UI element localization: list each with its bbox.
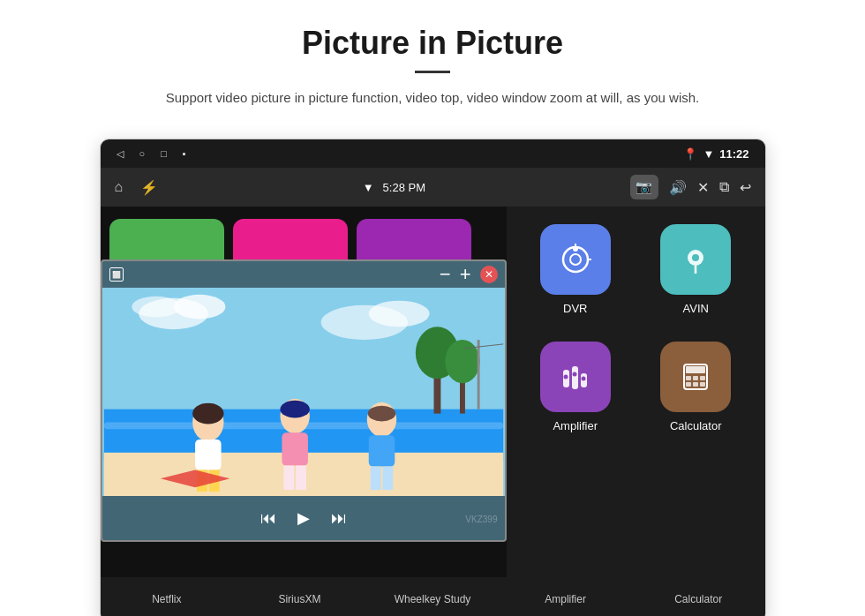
- svg-rect-46: [686, 366, 705, 373]
- amplifier-icon-box: [540, 342, 611, 412]
- svg-point-12: [445, 340, 479, 383]
- status-bar: ◁ ○ □ ▪ 📍 ▼ 11:22: [101, 139, 765, 168]
- volume-icon[interactable]: 🔊: [669, 179, 687, 196]
- page-divider: [415, 71, 450, 73]
- svg-rect-47: [686, 376, 691, 380]
- svg-point-35: [573, 246, 578, 252]
- svg-rect-48: [693, 376, 698, 380]
- svg-rect-52: [700, 382, 705, 387]
- svg-rect-25: [370, 467, 380, 491]
- page-header: Picture in Picture Support video picture…: [0, 0, 865, 124]
- bottom-label-calculator[interactable]: Calculator: [632, 593, 765, 605]
- wifi-signal-icon: ▼: [363, 181, 374, 194]
- recents-nav-icon[interactable]: □: [161, 148, 167, 159]
- camera-icon: 📷: [636, 179, 652, 195]
- svg-point-3: [132, 297, 180, 318]
- device-frame: ◁ ○ □ ▪ 📍 ▼ 11:22 ⌂ ⚡ ▼ 5:28 PM 📷 🔊 ✕ ⧉ …: [100, 139, 766, 616]
- calculator-bottom-label: Calculator: [674, 593, 722, 605]
- svg-rect-26: [382, 467, 393, 491]
- app-icon-calculator[interactable]: Calculator: [640, 333, 752, 441]
- wifi-icon: ▼: [703, 147, 714, 161]
- rec-symbol: ⬜: [112, 271, 121, 279]
- svg-point-42: [563, 375, 568, 379]
- bottom-labels-bar: Netflix SiriusXM Wheelkey Study Amplifie…: [101, 577, 765, 616]
- status-bar-right: 📍 ▼ 11:22: [683, 147, 748, 161]
- svg-rect-50: [686, 382, 691, 387]
- menu-nav-icon[interactable]: ▪: [183, 148, 186, 159]
- svg-point-28: [280, 401, 309, 418]
- toolbar-center: ▼ 5:28 PM: [363, 181, 425, 194]
- calculator-icon-box: [660, 342, 731, 412]
- svg-point-32: [570, 254, 581, 265]
- svg-rect-16: [195, 439, 221, 470]
- calculator-label: Calculator: [670, 419, 722, 432]
- pip-top-controls: − + ✕: [440, 263, 498, 286]
- pip-header: ⬜ − + ✕: [102, 261, 505, 288]
- avin-icon-box: [660, 224, 731, 295]
- svg-rect-22: [296, 466, 306, 491]
- prev-button[interactable]: ⏮: [260, 509, 276, 528]
- amplifier-label: Amplifier: [553, 419, 598, 432]
- siriusxm-label: SiriusXM: [278, 593, 320, 605]
- app-toolbar: ⌂ ⚡ ▼ 5:28 PM 📷 🔊 ✕ ⧉ ↩: [101, 168, 765, 207]
- camera-button[interactable]: 📷: [630, 175, 658, 199]
- amplifier-bottom-label: Amplifier: [545, 593, 586, 605]
- pip-bottom-controls: ⏮ ▶ ⏭: [102, 496, 505, 540]
- beach-scene-svg: [102, 288, 505, 496]
- home-nav-icon[interactable]: ○: [139, 148, 146, 159]
- bottom-label-wheelkey[interactable]: Wheelkey Study: [366, 593, 500, 605]
- svg-rect-49: [700, 376, 705, 380]
- svg-point-38: [692, 254, 699, 261]
- app-body: ⬜ − + ✕: [101, 207, 765, 577]
- svg-rect-51: [693, 382, 698, 387]
- close-x-icon: ✕: [485, 268, 493, 281]
- svg-rect-20: [282, 432, 308, 465]
- svg-rect-13: [477, 340, 479, 409]
- svg-rect-40: [572, 366, 578, 389]
- page-subtitle: Support video picture in picture functio…: [124, 87, 741, 109]
- watermark: VKZ399: [465, 515, 497, 524]
- svg-point-5: [368, 301, 429, 327]
- svg-point-29: [367, 406, 395, 422]
- play-button[interactable]: ▶: [297, 508, 310, 528]
- app-icon-dvr[interactable]: DVR: [520, 215, 632, 324]
- close-icon[interactable]: ✕: [697, 179, 709, 196]
- bottom-label-siriusxm[interactable]: SiriusXM: [233, 593, 366, 605]
- pip-minus-btn[interactable]: −: [440, 263, 451, 286]
- app-icon-amplifier[interactable]: Amplifier: [520, 333, 632, 441]
- svg-point-43: [572, 372, 576, 377]
- toolbar-right: 📷 🔊 ✕ ⧉ ↩: [630, 175, 751, 199]
- pip-close-button[interactable]: ✕: [480, 266, 498, 283]
- page-title: Picture in Picture: [53, 25, 812, 62]
- dvr-icon-box: [540, 224, 611, 295]
- app-icon-avin[interactable]: AVIN: [640, 215, 752, 324]
- bottom-label-netflix[interactable]: Netflix: [101, 593, 234, 605]
- next-button[interactable]: ⏭: [331, 509, 347, 528]
- pip-video-overlay[interactable]: ⬜ − + ✕: [101, 259, 507, 542]
- home-icon[interactable]: ⌂: [115, 179, 124, 195]
- pip-icon[interactable]: ⧉: [719, 179, 729, 195]
- svg-point-2: [173, 295, 225, 319]
- back-nav-icon[interactable]: ◁: [117, 148, 124, 160]
- icons-section: DVR AVIN: [507, 207, 765, 577]
- status-bar-left: ◁ ○ □ ▪: [117, 148, 186, 160]
- svg-rect-24: [368, 435, 395, 466]
- wheelkey-label: Wheelkey Study: [395, 593, 471, 605]
- usb-icon[interactable]: ⚡: [140, 179, 158, 196]
- toolbar-time: 5:28 PM: [383, 181, 425, 194]
- svg-point-27: [192, 403, 223, 424]
- dvr-label: DVR: [563, 302, 587, 315]
- pip-rec-icon: ⬜: [109, 267, 124, 282]
- status-time: 11:22: [719, 147, 748, 161]
- video-content: [102, 288, 505, 496]
- netflix-label: Netflix: [152, 593, 181, 605]
- pip-plus-btn[interactable]: +: [460, 263, 471, 286]
- avin-label: AVIN: [683, 302, 709, 315]
- svg-point-44: [581, 377, 585, 381]
- location-icon: 📍: [683, 147, 697, 161]
- toolbar-left: ⌂ ⚡: [115, 179, 159, 196]
- svg-rect-21: [283, 466, 294, 491]
- return-icon[interactable]: ↩: [740, 179, 751, 196]
- bottom-label-amplifier[interactable]: Amplifier: [499, 593, 632, 605]
- video-section: ⬜ − + ✕: [101, 207, 507, 577]
